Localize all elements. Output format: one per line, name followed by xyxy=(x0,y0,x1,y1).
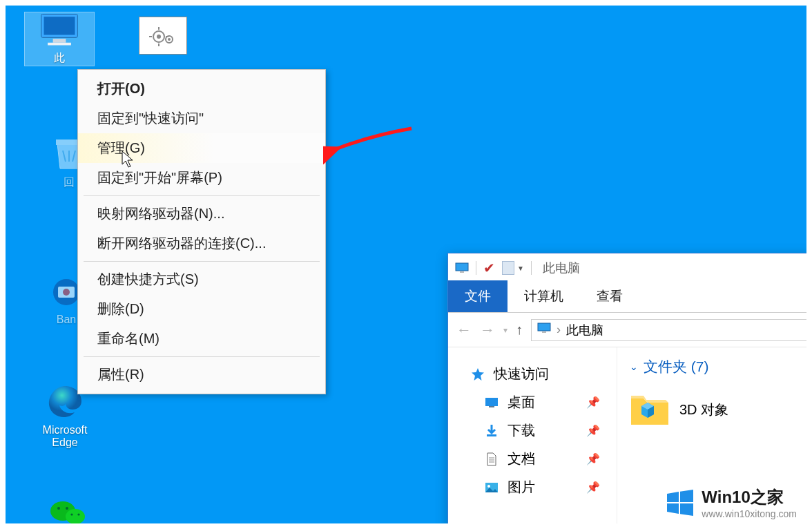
computer-icon xyxy=(39,12,80,47)
chevron-down-icon: ⌄ xyxy=(630,361,638,372)
download-icon xyxy=(484,424,499,438)
folder-label: 3D 对象 xyxy=(679,401,728,419)
desktop-icon-edge[interactable]: Microsoft Edge xyxy=(30,385,99,449)
page-icon[interactable] xyxy=(502,261,514,275)
desktop-icon-control-panel[interactable] xyxy=(128,17,197,55)
menu-item-map-drive[interactable]: 映射网络驱动器(N)... xyxy=(78,199,325,229)
desktop-icon-this-pc[interactable]: 此 xyxy=(25,12,94,66)
address-bar[interactable]: › 此电脑 xyxy=(531,319,806,341)
nav-label: 下载 xyxy=(508,421,535,440)
menu-separator xyxy=(84,195,320,196)
svg-rect-28 xyxy=(487,434,496,436)
nav-label: 快速访问 xyxy=(494,365,549,383)
menu-item-delete[interactable]: 删除(D) xyxy=(78,294,325,324)
svg-rect-2 xyxy=(53,39,66,43)
nav-label: 文档 xyxy=(508,450,535,468)
watermark-url: www.win10xitong.com xyxy=(702,508,797,519)
picture-icon xyxy=(484,481,499,494)
desktop-icon-wechat[interactable] xyxy=(33,496,102,523)
menu-item-open[interactable]: 打开(O) xyxy=(78,74,325,104)
explorer-navbar: ← → ▾ ↑ › 此电脑 xyxy=(448,313,806,347)
section-header-folders[interactable]: ⌄ 文件夹 (7) xyxy=(630,357,806,376)
desktop-icon-label: Microsoft Edge xyxy=(30,424,99,449)
settings-window-icon xyxy=(139,17,187,55)
svg-rect-3 xyxy=(48,43,71,46)
svg-rect-22 xyxy=(456,263,468,271)
star-icon xyxy=(470,367,485,381)
svg-point-33 xyxy=(487,485,490,488)
forward-arrow-icon[interactable]: → xyxy=(480,321,495,339)
computer-icon xyxy=(537,323,551,337)
desktop-icon xyxy=(484,396,499,410)
computer-icon xyxy=(455,262,469,273)
annotation-arrow xyxy=(323,123,413,164)
pin-icon: 📌 xyxy=(586,452,600,465)
tab-file[interactable]: 文件 xyxy=(448,280,508,312)
section-title: 文件夹 (7) xyxy=(644,357,709,376)
tab-computer[interactable]: 计算机 xyxy=(508,280,580,312)
menu-item-pin-quick-access[interactable]: 固定到"快速访问" xyxy=(78,104,325,133)
explorer-window: ✔ ▼ 此电脑 文件 计算机 查看 ← → ▾ ↑ › 此电脑 xyxy=(447,253,806,523)
chevron-down-icon[interactable]: ▼ xyxy=(517,264,524,272)
svg-point-20 xyxy=(70,513,72,515)
chevron-right-icon[interactable]: › xyxy=(557,323,561,337)
pin-icon: 📌 xyxy=(586,481,600,494)
desktop-icon-label: 此 xyxy=(25,51,94,66)
menu-item-create-shortcut[interactable]: 创建快捷方式(S) xyxy=(78,264,325,294)
menu-item-rename[interactable]: 重命名(M) xyxy=(78,324,325,354)
nav-label: 桌面 xyxy=(508,393,535,412)
back-arrow-icon[interactable]: ← xyxy=(456,321,472,339)
folder-icon xyxy=(630,392,670,427)
menu-item-disconnect-drive[interactable]: 断开网络驱动器的连接(C)... xyxy=(78,229,325,258)
menu-separator xyxy=(84,261,320,262)
svg-rect-26 xyxy=(485,398,498,406)
pin-icon: 📌 xyxy=(586,424,600,437)
windows-logo-icon xyxy=(666,488,695,517)
check-icon[interactable]: ✔ xyxy=(483,260,495,276)
ribbon-tabs: 文件 计算机 查看 xyxy=(448,282,806,313)
svg-point-15 xyxy=(63,289,70,296)
watermark-title: Win10之家 xyxy=(702,486,797,508)
menu-separator xyxy=(84,356,320,357)
window-title: 此电脑 xyxy=(543,260,580,276)
up-arrow-icon[interactable]: ↑ xyxy=(516,322,523,338)
breadcrumb-item[interactable]: 此电脑 xyxy=(566,322,603,338)
svg-point-11 xyxy=(168,38,171,41)
svg-rect-24 xyxy=(538,323,550,331)
svg-point-19 xyxy=(66,507,68,510)
pin-icon: 📌 xyxy=(586,396,600,409)
nav-label: 图片 xyxy=(508,478,535,497)
titlebar-separator xyxy=(476,261,476,275)
tab-view[interactable]: 查看 xyxy=(580,280,639,312)
svg-point-17 xyxy=(66,509,85,523)
svg-point-21 xyxy=(77,513,79,515)
wechat-icon xyxy=(47,496,88,523)
nav-quick-access[interactable]: 快速访问 xyxy=(466,360,617,388)
watermark: Win10之家 www.win10xitong.com xyxy=(666,486,797,519)
chevron-down-icon[interactable]: ▾ xyxy=(503,325,508,335)
desktop-background: 此 回 Ban Microsoft Edge 打开(O) 固定到"快速访问" xyxy=(6,6,806,523)
document-icon xyxy=(484,452,499,466)
navigation-pane: 快速访问 桌面 📌 下载 📌 xyxy=(448,347,617,523)
menu-item-manage[interactable]: 管理(G) xyxy=(78,133,325,163)
svg-point-5 xyxy=(157,35,161,39)
svg-rect-23 xyxy=(460,271,464,273)
context-menu: 打开(O) 固定到"快速访问" 管理(G) 固定到"开始"屏幕(P) 映射网络驱… xyxy=(77,69,326,394)
nav-desktop[interactable]: 桌面 📌 xyxy=(480,388,617,416)
menu-item-pin-start[interactable]: 固定到"开始"屏幕(P) xyxy=(78,163,325,193)
folder-3d-objects[interactable]: 3D 对象 xyxy=(630,392,806,427)
svg-rect-1 xyxy=(44,17,75,35)
nav-pictures[interactable]: 图片 📌 xyxy=(480,473,617,501)
explorer-titlebar[interactable]: ✔ ▼ 此电脑 xyxy=(448,253,806,282)
menu-item-properties[interactable]: 属性(R) xyxy=(78,360,325,389)
svg-rect-25 xyxy=(542,331,546,333)
titlebar-separator xyxy=(531,261,532,275)
nav-downloads[interactable]: 下载 📌 xyxy=(480,416,617,445)
svg-point-18 xyxy=(57,507,60,510)
nav-documents[interactable]: 文档 📌 xyxy=(480,445,617,473)
svg-rect-27 xyxy=(489,406,494,407)
